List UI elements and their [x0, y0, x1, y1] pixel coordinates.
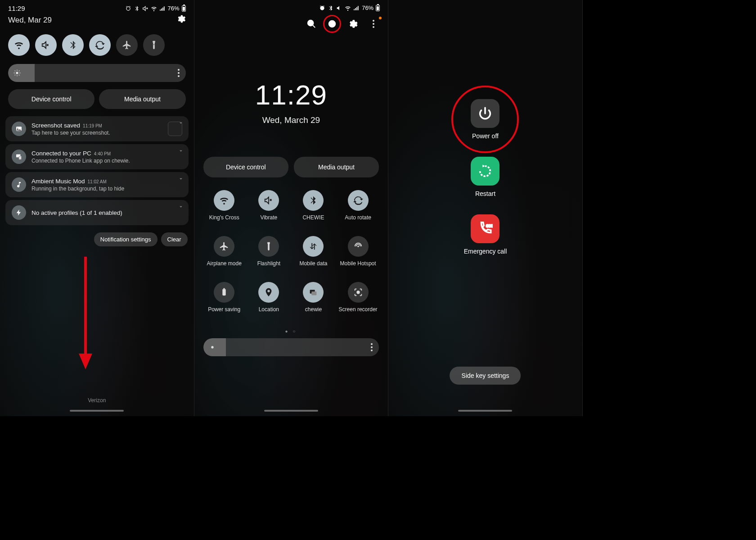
notification-subtitle: Running in the background, tap to hide	[32, 186, 182, 192]
qs-vibrate[interactable]: Vibrate	[249, 190, 289, 227]
device-control-button[interactable]: Device control	[8, 89, 94, 109]
qs-screenrec[interactable]: Screen recorder	[338, 282, 378, 319]
svg-text:SOS: SOS	[486, 224, 493, 228]
home-indicator[interactable]	[70, 410, 124, 412]
battery-pct: 76%	[168, 5, 180, 12]
mute-icon	[142, 5, 148, 12]
notification-title: Screenshot saved	[32, 122, 80, 129]
chevron-down-icon[interactable]	[178, 148, 184, 154]
wifi-toggle[interactable]	[8, 34, 30, 56]
notification-item[interactable]: Ambient Music Mod11:02 AM Running in the…	[5, 172, 189, 197]
bluetooth-toggle[interactable]	[62, 34, 84, 56]
device-control-button[interactable]: Device control	[203, 157, 288, 177]
pc-link-icon	[12, 150, 26, 164]
lock-clock: 11:29 Wed, March 29	[194, 79, 388, 125]
media-output-button[interactable]: Media output	[99, 89, 185, 109]
chevron-down-icon[interactable]	[178, 120, 184, 126]
clock-date: Wed, March 29	[194, 115, 388, 125]
chevron-down-icon[interactable]	[178, 204, 184, 210]
battery-icon	[376, 5, 380, 11]
airplane-toggle[interactable]	[116, 34, 138, 56]
sun-icon	[14, 69, 21, 77]
wifi-icon	[151, 5, 157, 12]
quick-settings-grid: King's Cross Vibrate CHEWIE Auto rotate …	[194, 182, 388, 327]
qs-autorotate[interactable]: Auto rotate	[338, 190, 378, 227]
settings-gear-icon[interactable]	[176, 14, 186, 26]
sun-icon	[209, 344, 216, 351]
qs-label: Mobile data	[299, 260, 327, 273]
mute-toggle[interactable]	[35, 34, 57, 56]
qs-airplane[interactable]: Airplane mode	[204, 236, 244, 273]
qs-flashlight[interactable]: Flashlight	[249, 236, 289, 273]
status-bar: 11:29 76%	[0, 0, 194, 14]
notification-title: Connected to your PC	[32, 150, 91, 157]
clear-button[interactable]: Clear	[161, 232, 188, 246]
svg-point-15	[308, 20, 314, 26]
clock-time: 11:29	[194, 79, 388, 111]
mute-icon	[336, 5, 342, 11]
bluetooth-icon	[134, 5, 140, 12]
home-indicator[interactable]	[458, 410, 512, 412]
carrier-label: Verizon	[0, 397, 194, 404]
qs-label: Power saving	[208, 306, 240, 319]
bolt-icon	[12, 205, 26, 220]
notification-time: 11:19 PM	[83, 123, 102, 128]
svg-line-16	[313, 25, 315, 28]
search-icon[interactable]	[305, 18, 318, 30]
qs-label: chewie	[305, 306, 322, 319]
image-icon	[12, 122, 26, 136]
qs-powersave[interactable]: Power saving	[204, 282, 244, 319]
svg-marker-14	[79, 354, 92, 369]
notification-item[interactable]: No active profiles (1 of 1 enabled)	[5, 200, 189, 225]
music-icon	[12, 177, 26, 192]
svg-line-5	[15, 71, 15, 71]
qs-wifi[interactable]: King's Cross	[204, 190, 244, 227]
power-off-button[interactable]: Power off	[471, 99, 500, 140]
notification-item[interactable]: Screenshot saved11:19 PM Tap here to see…	[5, 116, 189, 141]
settings-gear-icon[interactable]	[346, 18, 359, 30]
home-indicator[interactable]	[264, 410, 318, 412]
qs-toolbar	[194, 13, 388, 34]
qs-label: Flashlight	[257, 260, 280, 273]
restart-label: Restart	[475, 190, 495, 197]
qs-label: Location	[259, 306, 279, 319]
qs-hotspot[interactable]: Mobile Hotspot	[338, 236, 378, 273]
notification-title: Ambient Music Mod	[32, 178, 85, 185]
qs-chewie[interactable]: chewie	[293, 282, 333, 319]
brightness-slider[interactable]	[8, 64, 186, 82]
quick-settings-panel: 76% 11:29 Wed, March 29 Device control M…	[194, 0, 389, 416]
svg-rect-12	[19, 156, 21, 159]
side-key-settings-button[interactable]: Side key settings	[450, 367, 521, 385]
notification-subtitle: Tap here to see your screenshot.	[32, 130, 162, 136]
notification-list: Screenshot saved11:19 PM Tap here to see…	[0, 113, 194, 229]
restart-icon	[471, 157, 500, 186]
notification-body: No active profiles (1 of 1 enabled)	[32, 209, 182, 216]
notification-settings-button[interactable]: Notification settings	[94, 232, 158, 246]
media-output-button[interactable]: Media output	[294, 157, 379, 177]
qs-bluetooth[interactable]: CHEWIE	[293, 190, 333, 227]
chevron-down-icon[interactable]	[178, 176, 184, 182]
flashlight-toggle[interactable]	[143, 34, 165, 56]
status-icons: 76%	[125, 5, 186, 12]
status-time: 11:29	[8, 5, 25, 12]
qs-mobiledata[interactable]: Mobile data	[293, 236, 333, 273]
qs-label: Auto rotate	[345, 214, 371, 227]
bluetooth-icon	[328, 5, 334, 11]
more-icon[interactable]	[367, 18, 380, 30]
notification-time: 4:40 PM	[94, 151, 111, 156]
notification-item[interactable]: Connected to your PC4:40 PM Connected to…	[5, 144, 189, 169]
shade-date: Wed, Mar 29	[8, 16, 52, 25]
brightness-slider[interactable]	[203, 338, 379, 356]
notification-body: Connected to your PC4:40 PM Connected to…	[32, 150, 182, 164]
brightness-more-icon[interactable]	[371, 343, 373, 351]
svg-line-6	[19, 75, 19, 75]
alarm-icon	[319, 5, 325, 11]
emergency-label: Emergency call	[464, 248, 507, 255]
qs-location[interactable]: Location	[249, 282, 289, 319]
brightness-more-icon[interactable]	[178, 69, 180, 77]
autorotate-toggle[interactable]	[89, 34, 111, 56]
qs-label: Mobile Hotspot	[340, 260, 376, 273]
emergency-call-button[interactable]: SOS Emergency call	[464, 214, 507, 255]
power-icon[interactable]	[326, 18, 338, 30]
restart-button[interactable]: Restart	[471, 157, 500, 197]
